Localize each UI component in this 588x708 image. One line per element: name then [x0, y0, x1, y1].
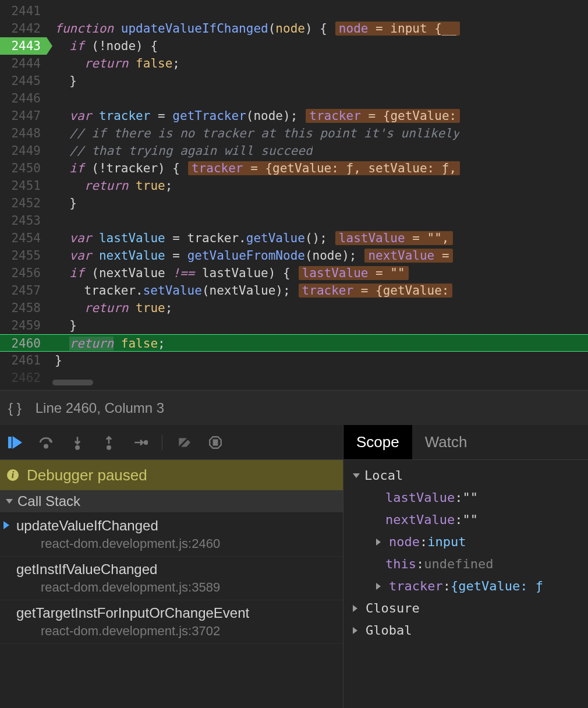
scope-key: lastValue — [385, 487, 455, 509]
gutter-line[interactable]: 2451 — [0, 177, 47, 194]
scope-key: this — [385, 553, 416, 575]
scope-key: nextValue — [385, 509, 455, 531]
debugger-toolbar — [0, 425, 343, 460]
svg-point-2 — [76, 445, 79, 448]
scope-variable[interactable]: lastValue: "" — [349, 487, 588, 509]
scope-variable[interactable]: this: undefined — [349, 553, 588, 575]
gutter-line[interactable]: 2445 — [0, 72, 47, 90]
inline-value-hint: tracker = {getValue: — [299, 284, 453, 298]
inline-value-hint: lastValue = "" — [299, 266, 409, 280]
pretty-print-icon[interactable]: { } — [8, 400, 22, 416]
gutter-line[interactable]: 2458 — [0, 299, 47, 317]
svg-rect-6 — [214, 440, 215, 445]
scope-value: undefined — [424, 553, 493, 575]
gutter-line[interactable]: 2455 — [0, 247, 47, 264]
scope-value: {getValue: ƒ — [451, 575, 543, 597]
gutter-line[interactable]: 2446 — [0, 90, 47, 107]
scope-key: node — [389, 531, 420, 553]
step-icon[interactable] — [133, 435, 148, 450]
tab-watch[interactable]: Watch — [412, 425, 480, 459]
frame-name: getTargetInstForInputOrChangeEvent — [16, 605, 338, 621]
chevron-right-icon — [353, 627, 361, 634]
tab-scope[interactable]: Scope — [343, 425, 412, 459]
frame-location: react-dom.development.js:2460 — [16, 534, 338, 551]
call-stack-list: updateValueIfChangedreact-dom.developmen… — [0, 513, 343, 644]
gutter-line[interactable]: 2442 — [0, 20, 47, 37]
toolbar-separator — [162, 435, 162, 450]
gutter-line[interactable]: 2454 — [0, 229, 47, 247]
inline-value-hint: node = input {__ — [335, 22, 460, 36]
cursor-position: Line 2460, Column 3 — [36, 400, 164, 416]
scope-section-label: Closure — [366, 597, 420, 620]
gutter-line[interactable]: 2449 — [0, 142, 47, 160]
call-stack-header[interactable]: Call Stack — [0, 490, 343, 513]
scope-value: "" — [462, 509, 478, 531]
step-over-icon[interactable] — [38, 435, 54, 450]
gutter-line[interactable]: 2461 — [0, 352, 47, 369]
deactivate-breakpoints-icon[interactable] — [176, 435, 192, 450]
banner-text: Debugger paused — [27, 466, 147, 484]
frame-location: react-dom.development.js:3589 — [16, 578, 338, 595]
scope-value: input — [427, 531, 466, 553]
svg-point-3 — [107, 445, 110, 448]
chevron-right-icon — [376, 583, 384, 590]
code-editor[interactable]: 2441 2442function updateValueIfChanged(n… — [0, 0, 588, 390]
scope-variable[interactable]: node: input — [349, 531, 588, 553]
svg-rect-7 — [216, 440, 217, 445]
call-stack-frame[interactable]: updateValueIfChangedreact-dom.developmen… — [0, 513, 343, 557]
gutter-line[interactable]: 2447 — [0, 107, 47, 125]
scope-tree: Local lastValue: ""nextValue: ""node: in… — [343, 460, 588, 642]
step-into-icon[interactable] — [70, 435, 85, 450]
svg-point-4 — [144, 441, 147, 444]
frame-name: updateValueIfChanged — [16, 518, 338, 534]
gutter-line[interactable]: 2444 — [0, 55, 47, 72]
inline-value-hint: tracker = {getValue: ƒ, setValue: ƒ, — [188, 161, 460, 175]
info-icon: i — [7, 469, 19, 481]
gutter-line[interactable]: 2448 — [0, 125, 47, 142]
scope-value: "" — [462, 487, 478, 509]
chevron-down-icon — [6, 499, 13, 504]
pause-icon[interactable] — [208, 435, 223, 450]
scope-closure[interactable]: Closure — [349, 597, 588, 620]
gutter-line[interactable]: 2460 — [0, 335, 47, 351]
resume-icon[interactable] — [7, 435, 22, 450]
chevron-right-icon — [353, 605, 361, 612]
step-out-icon[interactable] — [101, 435, 116, 450]
chevron-right-icon — [376, 539, 384, 546]
scope-variable[interactable]: tracker: {getValue: ƒ — [349, 575, 588, 597]
scope-local[interactable]: Local — [349, 465, 588, 487]
execution-line-marker[interactable]: 2443 — [0, 37, 47, 55]
gutter-line[interactable]: 2453 — [0, 212, 47, 229]
svg-rect-0 — [9, 437, 10, 447]
inline-value-hint: nextValue = — [364, 249, 452, 263]
inline-value-hint: lastValue = "", — [335, 231, 453, 245]
scope-key: tracker — [389, 575, 443, 597]
frame-location: react-dom.development.js:3702 — [16, 621, 338, 639]
call-stack-frame[interactable]: getInstIfValueChangedreact-dom.developme… — [0, 557, 343, 600]
call-stack-title: Call Stack — [17, 493, 80, 509]
scope-global[interactable]: Global — [349, 620, 588, 642]
frame-name: getInstIfValueChanged — [16, 561, 338, 578]
call-stack-frame[interactable]: getTargetInstForInputOrChangeEventreact-… — [0, 600, 343, 644]
gutter-line[interactable]: 2450 — [0, 160, 47, 177]
scope-variable[interactable]: nextValue: "" — [349, 509, 588, 531]
gutter-line[interactable]: 2452 — [0, 194, 47, 212]
gutter-line[interactable]: 2459 — [0, 317, 47, 334]
gutter-line[interactable]: 2457 — [0, 282, 47, 299]
gutter-line[interactable]: 2441 — [0, 2, 47, 20]
svg-point-1 — [44, 444, 47, 447]
scope-section-label: Global — [366, 620, 412, 642]
gutter-line[interactable]: 2462 — [0, 369, 47, 387]
debugger-paused-banner: i Debugger paused — [0, 460, 343, 490]
chevron-down-icon — [353, 473, 360, 478]
scope-section-label: Local — [364, 465, 403, 487]
gutter-line[interactable]: 2456 — [0, 264, 47, 282]
horizontal-scrollbar[interactable] — [52, 380, 93, 385]
scope-watch-tabs: Scope Watch — [343, 425, 588, 460]
editor-statusbar: { } Line 2460, Column 3 — [0, 390, 588, 425]
inline-value-hint: tracker = {getValue: — [306, 109, 460, 123]
